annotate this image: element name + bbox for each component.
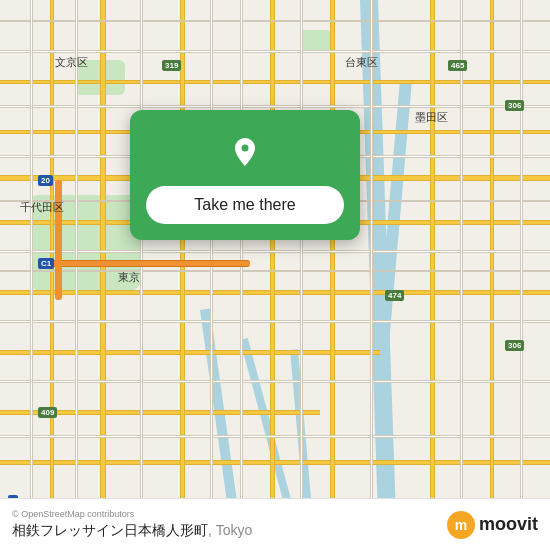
park-imperial: [30, 195, 140, 290]
map-container: 文京区 千代田区 東京 台東区 墨田区 319 453 465 474 306 …: [0, 0, 550, 550]
moovit-icon: m: [447, 511, 475, 539]
road-minor-h9: [0, 20, 550, 22]
location-pin-icon: [223, 130, 267, 174]
road-v5: [430, 0, 435, 550]
road-num-319: 319: [162, 60, 181, 71]
road-v3: [270, 0, 275, 550]
svg-text:m: m: [455, 517, 467, 533]
location-separator: ,: [208, 522, 216, 538]
road-minor-h6: [0, 380, 550, 383]
expressway-inner-v: [55, 180, 62, 300]
road-num-306b: 306: [505, 340, 524, 351]
road-minor-h2: [0, 105, 550, 108]
road-minor-v5: [240, 0, 243, 550]
map-attribution: © OpenStreetMap contributors: [12, 509, 252, 519]
road-h4: [0, 350, 380, 355]
road-num-c1: C1: [38, 258, 54, 269]
bottom-bar: © OpenStreetMap contributors 相鉄フレッサイン日本橋…: [0, 498, 550, 550]
road-num-409: 409: [38, 407, 57, 418]
road-minor-h4: [0, 250, 550, 253]
moovit-logo: m moovit: [447, 511, 538, 539]
road-minor-v2: [75, 0, 78, 550]
road-v6: [50, 0, 54, 550]
road-num-306: 306: [505, 100, 524, 111]
road-minor-v7: [370, 0, 373, 550]
road-h3: [0, 290, 550, 295]
road-num-465: 465: [448, 60, 467, 71]
road-minor-h11: [0, 270, 550, 272]
road-v1: [100, 0, 106, 550]
road-num-474: 474: [385, 290, 404, 301]
road-h7: [0, 80, 550, 84]
road-minor-v1: [30, 0, 33, 550]
road-minor-v3: [140, 0, 143, 550]
take-me-there-button[interactable]: Take me there: [146, 186, 344, 224]
location-info: © OpenStreetMap contributors 相鉄フレッサイン日本橋…: [12, 509, 252, 540]
road-minor-v4: [210, 0, 213, 550]
location-city: Tokyo: [216, 522, 253, 538]
road-v4: [330, 0, 335, 550]
overlay-card: Take me there: [130, 110, 360, 240]
location-name: 相鉄フレッサイン日本橋人形町: [12, 522, 208, 538]
road-num-20: 20: [38, 175, 53, 186]
road-minor-v9: [520, 0, 523, 550]
road-minor-h7: [0, 435, 550, 438]
road-v2: [180, 0, 185, 550]
park-small-2: [300, 30, 330, 52]
moovit-text: moovit: [479, 514, 538, 535]
road-v7: [490, 0, 494, 550]
road-minor-h1: [0, 50, 550, 53]
expressway-inner-h: [50, 260, 250, 267]
location-full: 相鉄フレッサイン日本橋人形町, Tokyo: [12, 521, 252, 540]
road-minor-v8: [460, 0, 463, 550]
road-minor-v6: [300, 0, 303, 550]
road-h6: [0, 460, 550, 465]
road-minor-h5: [0, 320, 550, 323]
